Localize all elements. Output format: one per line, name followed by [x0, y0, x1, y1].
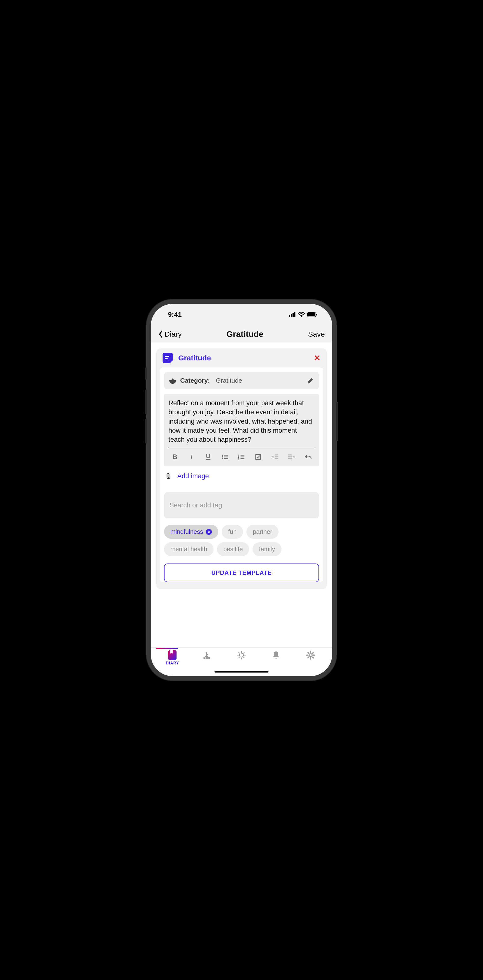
- svg-line-33: [244, 657, 244, 658]
- add-image-row[interactable]: Add image: [159, 466, 324, 492]
- tag-label: mindfulness: [171, 528, 203, 535]
- underline-button[interactable]: [203, 452, 213, 461]
- bell-icon: [272, 650, 281, 660]
- screen: 9:41 Diary Gratitude Save Gratit: [151, 304, 332, 676]
- wifi-icon: [298, 312, 305, 317]
- attachment-icon: [166, 472, 171, 480]
- tag-remove-icon[interactable]: ✕: [206, 529, 212, 535]
- tag-label: family: [259, 546, 275, 553]
- svg-line-35: [239, 657, 239, 658]
- svg-rect-2: [308, 313, 315, 316]
- tab-bar: DIARY: [151, 648, 332, 667]
- prompt-textarea[interactable]: Reflect on a moment from your past week …: [169, 399, 314, 448]
- gear-icon: [306, 650, 316, 660]
- status-icons: [289, 312, 317, 317]
- tab-notifications[interactable]: [264, 650, 289, 660]
- bold-button[interactable]: B: [170, 452, 180, 461]
- volume-down-button: [145, 419, 147, 444]
- nav-bar: Diary Gratitude Save: [151, 325, 332, 343]
- editor: Reflect on a moment from your past week …: [164, 394, 319, 466]
- tag-partner[interactable]: partner: [246, 525, 279, 539]
- svg-line-32: [239, 652, 239, 653]
- card-header: Gratitude ✕: [156, 348, 327, 368]
- indent-button[interactable]: [270, 452, 280, 461]
- edit-icon[interactable]: [307, 377, 314, 384]
- category-icon: ♥: [169, 377, 176, 384]
- svg-point-5: [222, 457, 223, 457]
- tag-search-input[interactable]: Search or add tag: [164, 492, 319, 519]
- phone-frame: 9:41 Diary Gratitude Save Gratit: [146, 299, 337, 681]
- back-button[interactable]: Diary: [158, 330, 182, 338]
- svg-line-41: [308, 652, 309, 653]
- signal-icon: [289, 312, 295, 317]
- tag-fun[interactable]: fun: [222, 525, 243, 539]
- tag-bestlife[interactable]: bestlife: [217, 542, 249, 556]
- svg-point-0: [301, 316, 302, 317]
- svg-point-36: [309, 654, 312, 657]
- add-image-label: Add image: [177, 473, 209, 480]
- back-label: Diary: [164, 330, 182, 338]
- bullet-list-button[interactable]: [220, 452, 230, 461]
- tag-label: bestlife: [223, 546, 243, 553]
- tag-label: partner: [253, 528, 272, 535]
- undo-button[interactable]: [303, 452, 313, 461]
- update-template-button[interactable]: UPDATE TEMPLATE: [164, 563, 319, 582]
- svg-line-34: [244, 652, 244, 653]
- tag-family[interactable]: family: [252, 542, 281, 556]
- svg-point-27: [239, 653, 244, 657]
- svg-point-4: [222, 455, 223, 456]
- status-time: 9:41: [168, 311, 182, 318]
- tab-progress[interactable]: [194, 650, 219, 660]
- checkbox-button[interactable]: [253, 452, 263, 461]
- tag-mindfulness[interactable]: mindfulness ✕: [164, 525, 218, 539]
- svg-rect-3: [316, 313, 317, 315]
- tag-label: fun: [228, 528, 237, 535]
- page-title: Gratitude: [226, 329, 263, 339]
- tab-insights[interactable]: [229, 650, 254, 660]
- svg-rect-25: [209, 657, 210, 659]
- diary-icon: [168, 650, 177, 660]
- svg-point-6: [222, 458, 223, 459]
- category-row[interactable]: ♥ Category: Gratitude: [164, 372, 319, 389]
- numbered-list-button[interactable]: 123: [237, 452, 246, 461]
- tab-settings[interactable]: [298, 650, 323, 660]
- card-title: Gratitude: [178, 354, 211, 362]
- svg-line-42: [312, 657, 313, 658]
- svg-rect-23: [204, 657, 206, 659]
- home-indicator[interactable]: [151, 667, 332, 676]
- status-bar: 9:41: [151, 304, 332, 325]
- tag-list: mindfulness ✕ fun partner mental health …: [159, 525, 324, 563]
- editor-toolbar: B I 123: [169, 448, 314, 466]
- note-icon: [163, 353, 173, 363]
- tag-mental-health[interactable]: mental health: [164, 542, 214, 556]
- svg-line-43: [312, 652, 313, 653]
- save-button[interactable]: Save: [308, 330, 325, 338]
- category-label: Category:: [180, 377, 210, 384]
- stairs-icon: [202, 650, 212, 660]
- volume-up-button: [145, 390, 147, 414]
- side-button: [145, 368, 147, 380]
- tag-label: mental health: [171, 546, 207, 553]
- chevron-left-icon: [158, 330, 164, 338]
- category-value: Gratitude: [216, 377, 303, 384]
- tab-label: DIARY: [166, 661, 179, 665]
- tab-diary[interactable]: DIARY: [160, 650, 185, 665]
- power-button: [336, 402, 338, 441]
- svg-line-44: [308, 657, 309, 658]
- template-card: Gratitude ✕ ♥ Category: Gratitude: [156, 348, 327, 589]
- sun-icon: [237, 650, 246, 660]
- close-button[interactable]: ✕: [314, 353, 320, 363]
- card-body: ♥ Category: Gratitude Reflect on a momen…: [159, 368, 324, 582]
- italic-button[interactable]: I: [187, 452, 196, 461]
- svg-text:3: 3: [238, 458, 239, 460]
- battery-icon: [307, 312, 317, 317]
- content-area: Gratitude ✕ ♥ Category: Gratitude: [151, 343, 332, 648]
- outdent-button[interactable]: [287, 452, 296, 461]
